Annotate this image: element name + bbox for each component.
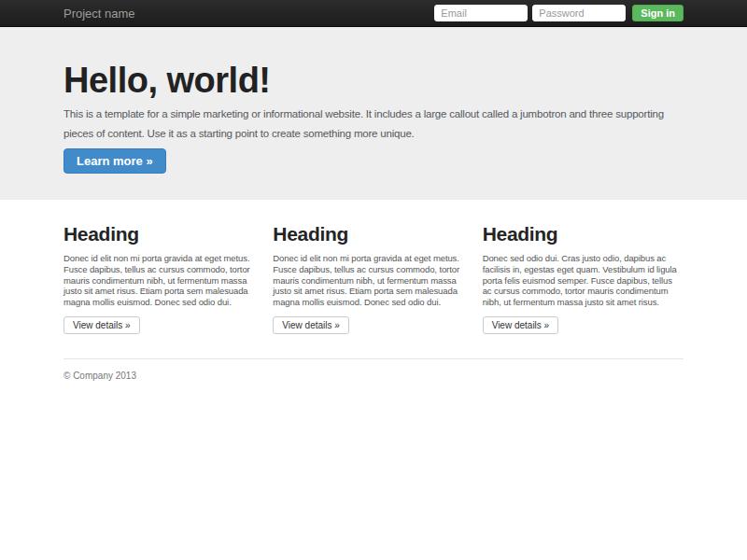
- view-details-button-1[interactable]: View details »: [63, 316, 140, 334]
- content-column-1: Heading Donec id elit non mi porta gravi…: [63, 222, 264, 334]
- learn-more-button[interactable]: Learn more »: [63, 148, 166, 174]
- main-content: Heading Donec id elit non mi porta gravi…: [63, 222, 684, 381]
- navbar: Project name Sign in: [0, 0, 747, 27]
- column-heading: Heading: [483, 222, 684, 245]
- content-column-3: Heading Donec sed odio dui. Cras justo o…: [483, 222, 684, 334]
- password-field[interactable]: [532, 5, 626, 21]
- view-details-button-2[interactable]: View details »: [273, 316, 349, 334]
- column-text: Donec sed odio dui. Cras justo odio, dap…: [483, 253, 684, 308]
- column-heading: Heading: [273, 222, 473, 245]
- jumbotron: Hello, world! This is a template for a s…: [0, 27, 747, 200]
- signin-form: Sign in: [434, 5, 684, 21]
- footer: © Company 2013: [63, 358, 684, 381]
- email-field[interactable]: [434, 5, 528, 21]
- column-heading: Heading: [63, 222, 264, 245]
- view-details-button-3[interactable]: View details »: [483, 316, 559, 334]
- jumbotron-description: This is a template for a simple marketin…: [63, 105, 684, 144]
- signin-button[interactable]: Sign in: [632, 5, 684, 21]
- page-title: Hello, world!: [63, 61, 684, 100]
- content-columns: Heading Donec id elit non mi porta gravi…: [63, 222, 684, 334]
- navbar-brand[interactable]: Project name: [63, 7, 135, 21]
- content-column-2: Heading Donec id elit non mi porta gravi…: [273, 222, 473, 334]
- navbar-inner: Project name Sign in: [63, 0, 684, 26]
- copyright: © Company 2013: [63, 371, 684, 381]
- column-text: Donec id elit non mi porta gravida at eg…: [63, 253, 264, 308]
- column-text: Donec id elit non mi porta gravida at eg…: [273, 253, 473, 308]
